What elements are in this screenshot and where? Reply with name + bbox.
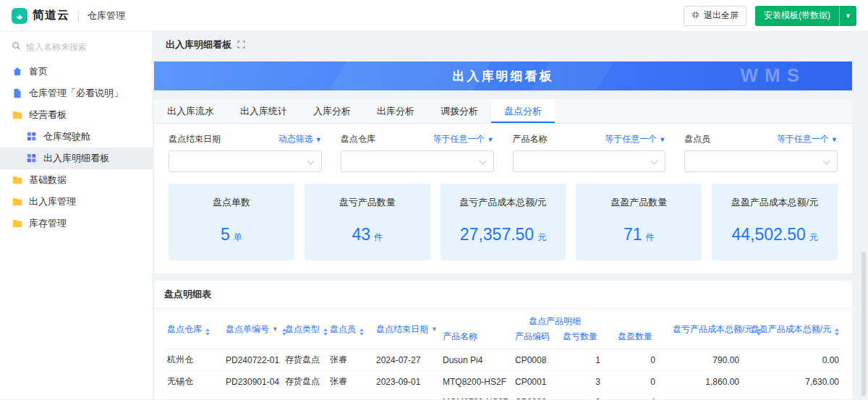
dashboard-icon [26, 153, 38, 164]
col-header-stocktake-type[interactable]: 盘点类型 [282, 310, 327, 349]
filter-select[interactable] [684, 150, 838, 172]
table-row[interactable]: 杭州仓 PD240722-01 存货盘点 张睿 2024-07-27 Dusun… [164, 349, 842, 371]
tab-bar: 出入库流水 出入库统计 入库分析 出库分析 调拨分析 盘点分析 [154, 99, 852, 124]
topbar: 简道云 仓库管理 退出全屏 安装模板(带数据) ▼ [0, 0, 868, 32]
stat-card-loss-qty: 盘亏产品数量 43件 [305, 184, 430, 260]
chevron-down-icon [479, 158, 486, 165]
tab-inout-flow[interactable]: 出入库流水 [154, 99, 227, 123]
sort-icon[interactable] [359, 328, 364, 336]
sidebar-nav: 首页 仓库管理「必看说明」 经营看板 仓库驾驶舱 出入库明细看板 基础数据 [0, 59, 153, 234]
sort-icon[interactable] [835, 328, 839, 336]
exit-fullscreen-button[interactable]: 退出全屏 [684, 6, 746, 26]
page-title: 出入库明细看板 [166, 38, 231, 51]
col-header-gain-qty: 盘盈数量 [615, 328, 670, 349]
chevron-down-icon: ▼ [659, 136, 665, 143]
jiandaoyun-logo-icon [12, 8, 27, 24]
stat-cards: 盘点单数 5单 盘亏产品数量 43件 盘亏产品成本总额/元 27,357.50元… [154, 179, 852, 273]
dashboard-icon [26, 131, 38, 142]
stat-card-stocktake-count: 盘点单数 5单 [169, 184, 294, 260]
filter-operator[interactable]: 等于任意一个▼ [605, 133, 665, 145]
main-content: 出入库明细看板 出入库明细看板 WMS 出入库流水 出入库统计 入库分析 出库分… [153, 32, 868, 399]
filter-select[interactable] [513, 150, 666, 172]
col-header-stocktaker[interactable]: 盘点员 [327, 310, 373, 349]
stocktake-detail-table: 盘点仓库 盘点单编号▼ 盘点类型 盘点员 盘点结束日期▼ 盘点产品明细 盘亏产品… [164, 310, 842, 399]
stat-title: 盘亏产品数量 [305, 196, 430, 209]
filter-operator[interactable]: 等于任意一个▼ [777, 133, 838, 145]
sidebar-item-home[interactable]: 首页 [0, 61, 153, 82]
search-input[interactable] [26, 42, 135, 52]
stat-value: 44,502.50元 [712, 225, 838, 244]
sidebar-item-base-data[interactable]: 基础数据 [0, 169, 153, 191]
compress-icon [692, 11, 699, 21]
col-header-stocktake-no[interactable]: 盘点单编号▼ [223, 310, 282, 349]
sidebar-item-inventory-management[interactable]: 库存管理 [0, 213, 153, 234]
filter-product-name: 产品名称 等于任意一个▼ [513, 133, 666, 172]
col-header-product-code: 产品编码 [512, 328, 560, 349]
chevron-down-icon[interactable]: ▼ [839, 6, 856, 26]
sidebar-search[interactable] [0, 32, 153, 59]
filter-caret-icon[interactable]: ▼ [272, 325, 278, 333]
col-header-loss-qty: 盘亏数量 [560, 328, 615, 349]
col-header-warehouse[interactable]: 盘点仓库 [164, 310, 223, 349]
filter-label: 产品名称 [513, 133, 548, 145]
filter-select[interactable] [341, 150, 494, 172]
col-header-loss-cost[interactable]: 盘亏产品成本总额/元 [670, 310, 742, 349]
sidebar-item-business-dashboards[interactable]: 经营看板 [0, 104, 153, 126]
folder-icon [12, 109, 23, 121]
stat-title: 盘盈产品成本总额/元 [712, 196, 838, 209]
sort-icon[interactable] [323, 328, 328, 336]
stat-value: 5单 [169, 225, 294, 244]
filter-caret-icon[interactable]: ▼ [431, 325, 438, 333]
stat-value: 43件 [305, 225, 430, 244]
tab-inbound-analysis[interactable]: 入库分析 [300, 99, 364, 123]
table-row[interactable]: MQM8790-HS2R CP0002 0 4 [164, 393, 842, 400]
stat-card-gain-cost: 盘盈产品成本总额/元 44,502.50元 [712, 184, 838, 260]
sidebar-item-warehouse-guide[interactable]: 仓库管理「必看说明」 [0, 82, 153, 104]
jiandaoyun-logo[interactable]: 简道云 [12, 8, 69, 24]
filter-row: 盘点结束日期 动态筛选▼ 盘点仓库 等于任意一个▼ 产品名称 等于任意一个▼ [154, 124, 852, 179]
col-header-gain-cost[interactable]: 盘盈产品成本总额/元 [742, 310, 842, 349]
stat-card-loss-cost: 盘亏产品成本总额/元 27,357.50元 [441, 184, 566, 260]
divider [78, 10, 79, 22]
chevron-down-icon: ▼ [315, 136, 322, 143]
filter-stocktake-warehouse: 盘点仓库 等于任意一个▼ [341, 133, 494, 172]
vertical-scrollbar[interactable] [861, 252, 866, 396]
app-title: 仓库管理 [88, 9, 125, 22]
fullscreen-expand-icon[interactable] [237, 40, 245, 51]
chevron-down-icon [307, 158, 314, 165]
chevron-down-icon: ▼ [831, 136, 838, 143]
tab-outbound-analysis[interactable]: 出库分析 [364, 99, 427, 123]
filter-stocktake-end-date: 盘点结束日期 动态筛选▼ [169, 133, 322, 172]
chevron-down-icon [651, 158, 658, 165]
filter-select[interactable] [169, 150, 322, 172]
filter-operator[interactable]: 动态筛选▼ [278, 133, 322, 145]
install-template-button[interactable]: 安装模板(带数据) ▼ [755, 6, 856, 26]
chevron-down-icon [823, 158, 830, 165]
filter-label: 盘点结束日期 [169, 133, 221, 145]
sort-icon[interactable] [205, 328, 210, 336]
sidebar-item-inout-management[interactable]: 出入库管理 [0, 191, 153, 213]
banner-watermark: WMS [740, 64, 806, 87]
dashboard-banner: 出入库明细看板 WMS [154, 61, 852, 90]
tab-transfer-analysis[interactable]: 调拨分析 [427, 99, 491, 123]
sidebar-item-inout-detail-dashboard[interactable]: 出入库明细看板 [0, 148, 153, 169]
document-icon [12, 88, 23, 99]
search-icon [12, 41, 21, 53]
filter-stocktaker: 盘点员 等于任意一个▼ [684, 133, 838, 172]
tab-inout-statistics[interactable]: 出入库统计 [227, 99, 300, 123]
col-header-end-date[interactable]: 盘点结束日期▼ [373, 310, 440, 349]
filter-operator[interactable]: 等于任意一个▼ [433, 133, 494, 145]
stat-value: 27,357.50元 [441, 225, 566, 244]
tab-stocktake-analysis[interactable]: 盘点分析 [491, 99, 555, 123]
stat-title: 盘盈产品数量 [576, 196, 702, 209]
sidebar-item-warehouse-cockpit[interactable]: 仓库驾驶舱 [0, 126, 153, 148]
table-row[interactable]: 无锡仓 PD230901-04 存货盘点 张睿 2023-09-01 MTQ82… [164, 371, 842, 393]
stat-card-gain-qty: 盘盈产品数量 71件 [576, 184, 702, 260]
home-icon [12, 66, 23, 77]
filter-label: 盘点员 [684, 133, 710, 145]
stat-title: 盘亏产品成本总额/元 [441, 196, 566, 209]
sidebar: 首页 仓库管理「必看说明」 经营看板 仓库驾驶舱 出入库明细看板 基础数据 [0, 32, 153, 399]
folder-icon [12, 218, 23, 229]
filter-label: 盘点仓库 [341, 133, 375, 145]
folder-icon [12, 174, 23, 186]
